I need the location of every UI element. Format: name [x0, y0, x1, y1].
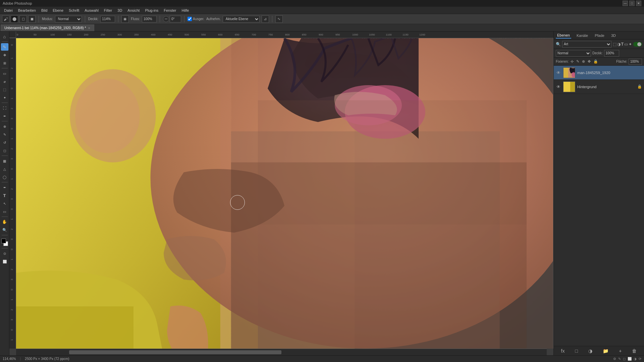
quick-mask-toggle[interactable]: ⊙	[1, 250, 8, 257]
shape-tool[interactable]: ▭	[1, 208, 8, 215]
layer-visibility-icon-hintergrund[interactable]: 👁	[556, 84, 561, 89]
screen-mode-toggle[interactable]: ⬜	[1, 258, 8, 265]
ebene-select[interactable]: Aktuelle Ebene	[223, 16, 260, 22]
layer-item-man[interactable]: 👁 man-1845259_1920	[554, 66, 644, 80]
brush-preset-picker[interactable]: ⬤	[11, 15, 18, 23]
menu-auswahl[interactable]: Auswahl	[82, 8, 101, 13]
filter-toggle[interactable]	[633, 42, 642, 47]
path-select-tool[interactable]: ↖	[1, 200, 8, 207]
opacity-value-input[interactable]	[604, 50, 619, 57]
menu-schrift[interactable]: Schrift	[66, 8, 82, 13]
status-icon-1[interactable]: ⚙	[613, 357, 616, 361]
magic-wand-tool[interactable]: ✦	[1, 94, 8, 101]
filter-shape-icon[interactable]: ▭	[624, 42, 628, 47]
brush-toggle2[interactable]: ◼	[28, 15, 36, 23]
blend-mode-select[interactable]: Normal	[556, 50, 591, 57]
tab-3d[interactable]: 3D	[610, 33, 617, 38]
color-swatches[interactable]	[1, 238, 9, 247]
symmetry-toggle[interactable]: ⊿	[262, 15, 269, 23]
new-group-button[interactable]: 📁	[601, 348, 610, 354]
lock-artboard-icon[interactable]: ⊕	[581, 59, 586, 64]
spot-healing-tool[interactable]: ⊕	[1, 123, 8, 130]
close-button[interactable]: ✕	[636, 1, 641, 6]
minimize-button[interactable]: —	[623, 1, 628, 6]
lock-all-icon[interactable]: 🔒	[593, 59, 599, 64]
status-icon-2[interactable]: ✎	[618, 357, 621, 361]
delete-layer-button[interactable]: 🗑	[631, 348, 638, 354]
separator4	[160, 16, 160, 22]
menu-plugins[interactable]: Plug-ins	[142, 8, 161, 13]
flaeche-input[interactable]	[629, 59, 642, 65]
add-style-button[interactable]: fx	[560, 348, 566, 354]
crop-tool[interactable]: ⛶	[1, 104, 8, 112]
object-select-tool[interactable]: ⬚	[1, 86, 8, 93]
pen-tool[interactable]: ✒	[1, 184, 8, 191]
filter-text-icon[interactable]: T	[621, 42, 624, 47]
menu-filter[interactable]: Filter	[101, 8, 115, 13]
menu-datei[interactable]: Datei	[1, 8, 15, 13]
opacity-input[interactable]	[100, 16, 115, 22]
menu-bearbeiten[interactable]: Bearbeiten	[15, 8, 39, 13]
text-tool[interactable]: T	[1, 192, 8, 199]
artboard-tool[interactable]: ⊞	[1, 59, 8, 67]
tab-close-icon[interactable]: ✕	[88, 26, 91, 30]
mode-select[interactable]: Normal	[55, 16, 82, 22]
foreground-color-swatch[interactable]	[1, 239, 6, 243]
menu-ansicht[interactable]: Ansicht	[125, 8, 142, 13]
zoom-tool[interactable]: 🔍	[1, 226, 8, 234]
status-icon-3[interactable]: ◻	[623, 357, 626, 361]
eyedropper-tool[interactable]: ✒	[1, 112, 8, 120]
filter-adj-icon[interactable]: ◑	[617, 42, 621, 47]
lock-checkerboard-icon[interactable]: ⊹	[570, 59, 574, 64]
brush-smooth-toggle[interactable]: ∿	[275, 15, 283, 23]
tab-ebenen[interactable]: Ebenen	[556, 33, 571, 39]
gradient-tool[interactable]: ▦	[1, 157, 8, 165]
maximize-button[interactable]: □	[629, 1, 635, 6]
brush-toggle1[interactable]: ◻	[19, 15, 27, 23]
move-tool[interactable]: ✥	[1, 51, 8, 59]
horizontal-scrollbar[interactable]	[16, 349, 547, 355]
airbrush-toggle[interactable]: ◉	[121, 15, 129, 23]
history-brush-tool[interactable]: ↺	[1, 139, 8, 146]
canvas-document[interactable]	[16, 38, 553, 349]
angle-input[interactable]	[170, 16, 181, 22]
tab-kanaele[interactable]: Kanäle	[575, 33, 589, 38]
eraser-tool[interactable]: ◻	[1, 147, 8, 154]
tab-pfade[interactable]: Pfade	[593, 33, 606, 38]
home-button[interactable]: ⌂	[1, 33, 8, 40]
layer-visibility-icon-man[interactable]: 👁	[556, 70, 561, 75]
lasso-tool[interactable]: ⌀	[1, 78, 8, 85]
svg-rect-69	[16, 306, 133, 349]
filter-smart-icon[interactable]: ✦	[629, 42, 632, 47]
menu-3d[interactable]: 3D	[115, 8, 125, 13]
filter-pixel-icon[interactable]: ⬚	[613, 42, 616, 47]
menu-hilfe[interactable]: Hilfe	[179, 8, 192, 13]
add-mask-button[interactable]: □	[574, 348, 579, 354]
layer-thumbnail-man	[563, 67, 575, 78]
menu-fenster[interactable]: Fenster	[161, 8, 179, 13]
menu-bild[interactable]: Bild	[39, 8, 50, 13]
marquee-tool[interactable]: ▭	[1, 70, 8, 77]
vertical-scrollbar[interactable]	[553, 38, 553, 349]
title-bar: Adobe Photoshop — □ ✕	[0, 0, 644, 7]
status-icon-4[interactable]: ⬜	[628, 357, 632, 361]
menu-ebene[interactable]: Ebene	[50, 8, 66, 13]
ausger-checkbox[interactable]	[187, 17, 192, 21]
layer-item-hintergrund[interactable]: 👁 Hintergrund 🔒	[554, 80, 644, 94]
dodge-tool[interactable]: ◯	[1, 173, 8, 181]
flow-input[interactable]	[142, 16, 157, 22]
new-adjustment-button[interactable]: ◑	[587, 348, 594, 354]
lock-position-icon[interactable]: ✥	[587, 59, 591, 64]
document-tab[interactable]: Unbenannt-1 bei 114% (man-1845259_1920, …	[1, 24, 94, 31]
lock-paint-icon[interactable]: ✎	[576, 59, 580, 64]
h-scrollbar-thumb[interactable]	[69, 350, 281, 354]
brush-tool[interactable]: ✎	[1, 43, 8, 51]
hand-tool[interactable]: ✋	[1, 218, 8, 226]
angle-wheel[interactable]	[163, 16, 169, 22]
status-icon-6[interactable]: ⟳	[639, 357, 641, 361]
status-icon-5[interactable]: ◑	[634, 357, 637, 361]
new-layer-button[interactable]: +	[618, 348, 623, 354]
filter-type-select[interactable]: Art	[562, 41, 611, 48]
clone-stamp-tool[interactable]: ✎	[1, 131, 8, 138]
blur-tool[interactable]: △	[1, 165, 8, 173]
